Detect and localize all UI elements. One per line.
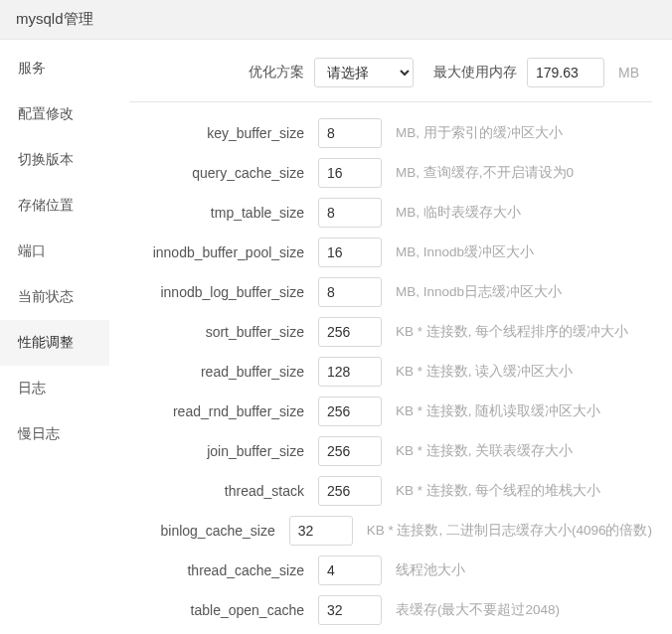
setting-row: innodb_buffer_pool_sizeMB, Innodb缓冲区大小: [129, 236, 652, 269]
page-title: mysqld管理: [0, 0, 672, 40]
sidebar-item-7[interactable]: 日志: [0, 366, 109, 411]
setting-desc: MB, Innodb缓冲区大小: [382, 243, 534, 261]
setting-desc: 线程池大小: [382, 561, 465, 579]
setting-row: read_buffer_sizeKB * 连接数, 读入缓冲区大小: [129, 355, 652, 389]
setting-input-binlog_cache_size[interactable]: [289, 516, 353, 546]
sidebar-item-label: 慢日志: [18, 425, 60, 441]
setting-row: thread_cache_size线程池大小: [129, 554, 652, 587]
setting-desc: MB, Innodb日志缓冲区大小: [382, 283, 562, 301]
sidebar-item-0[interactable]: 服务: [0, 46, 109, 91]
max-mem-label: 最大使用内存: [433, 64, 517, 81]
sidebar-item-label: 切换版本: [18, 151, 74, 167]
setting-label: innodb_log_buffer_size: [129, 284, 318, 300]
sidebar-item-label: 当前状态: [18, 288, 74, 304]
setting-input-sort_buffer_size[interactable]: [318, 317, 382, 347]
setting-desc: KB * 连接数, 随机读取缓冲区大小: [382, 402, 600, 420]
setting-row: binlog_cache_sizeKB * 连接数, 二进制日志缓存大小(409…: [129, 514, 652, 548]
setting-desc: MB, 用于索引的缓冲区大小: [382, 124, 563, 142]
sidebar-item-4[interactable]: 端口: [0, 229, 109, 274]
setting-input-innodb_log_buffer_size[interactable]: [318, 277, 382, 307]
setting-input-innodb_buffer_pool_size[interactable]: [318, 238, 382, 267]
main-panel: 优化方案 请选择 最大使用内存 MB key_buffer_sizeMB, 用于…: [109, 40, 672, 634]
setting-desc: KB * 连接数, 二进制日志缓存大小(4096的倍数): [353, 522, 652, 540]
setting-row: read_rnd_buffer_sizeKB * 连接数, 随机读取缓冲区大小: [129, 395, 652, 428]
plan-select[interactable]: 请选择: [314, 58, 414, 87]
sidebar-item-label: 配置修改: [18, 105, 74, 121]
setting-row: join_buffer_sizeKB * 连接数, 关联表缓存大小: [129, 434, 652, 468]
top-row: 优化方案 请选择 最大使用内存 MB: [129, 58, 652, 102]
setting-row: innodb_log_buffer_sizeMB, Innodb日志缓冲区大小: [129, 275, 652, 309]
setting-input-table_open_cache[interactable]: [318, 595, 382, 625]
setting-label: key_buffer_size: [129, 125, 318, 141]
sidebar-item-8[interactable]: 慢日志: [0, 411, 109, 457]
setting-label: query_cache_size: [129, 165, 318, 181]
setting-label: sort_buffer_size: [129, 324, 318, 340]
sidebar-item-3[interactable]: 存储位置: [0, 183, 109, 229]
sidebar-item-label: 性能调整: [18, 334, 74, 350]
sidebar-item-label: 服务: [18, 60, 46, 76]
max-mem-input[interactable]: [527, 58, 604, 87]
setting-label: table_open_cache: [129, 602, 318, 618]
setting-row: thread_stackKB * 连接数, 每个线程的堆栈大小: [129, 474, 652, 508]
sidebar-item-label: 端口: [18, 242, 46, 258]
setting-label: thread_cache_size: [129, 562, 318, 578]
setting-row: sort_buffer_sizeKB * 连接数, 每个线程排序的缓冲大小: [129, 315, 652, 349]
setting-label: binlog_cache_size: [129, 523, 289, 539]
plan-label: 优化方案: [249, 64, 304, 81]
setting-input-key_buffer_size[interactable]: [318, 118, 382, 148]
setting-label: tmp_table_size: [129, 205, 318, 221]
setting-row: tmp_table_sizeMB, 临时表缓存大小: [129, 196, 652, 230]
setting-input-join_buffer_size[interactable]: [318, 436, 382, 466]
sidebar-item-5[interactable]: 当前状态: [0, 274, 109, 320]
settings-rows: key_buffer_sizeMB, 用于索引的缓冲区大小query_cache…: [129, 116, 652, 634]
setting-row: table_open_cache表缓存(最大不要超过2048): [129, 593, 652, 627]
setting-desc: KB * 连接数, 读入缓冲区大小: [382, 363, 573, 381]
setting-label: thread_stack: [129, 483, 318, 499]
setting-label: innodb_buffer_pool_size: [129, 244, 318, 260]
setting-label: read_rnd_buffer_size: [129, 403, 318, 419]
setting-input-thread_stack[interactable]: [318, 476, 382, 506]
sidebar-item-6[interactable]: 性能调整: [0, 320, 109, 366]
setting-desc: MB, 查询缓存,不开启请设为0: [382, 164, 574, 182]
sidebar: 服务配置修改切换版本存储位置端口当前状态性能调整日志慢日志: [0, 40, 109, 634]
setting-label: join_buffer_size: [129, 443, 318, 459]
sidebar-item-label: 存储位置: [18, 197, 74, 213]
title-text: mysqld管理: [16, 10, 93, 27]
setting-desc: MB, 临时表缓存大小: [382, 204, 521, 222]
setting-row: key_buffer_sizeMB, 用于索引的缓冲区大小: [129, 116, 652, 150]
setting-label: read_buffer_size: [129, 364, 318, 380]
sidebar-item-1[interactable]: 配置修改: [0, 91, 109, 137]
setting-input-tmp_table_size[interactable]: [318, 198, 382, 228]
setting-input-thread_cache_size[interactable]: [318, 555, 382, 585]
setting-desc: 表缓存(最大不要超过2048): [382, 601, 560, 619]
sidebar-item-label: 日志: [18, 380, 46, 396]
setting-row: query_cache_sizeMB, 查询缓存,不开启请设为0: [129, 156, 652, 190]
sidebar-item-2[interactable]: 切换版本: [0, 137, 109, 183]
setting-input-read_rnd_buffer_size[interactable]: [318, 396, 382, 426]
setting-desc: KB * 连接数, 每个线程的堆栈大小: [382, 482, 600, 500]
setting-input-query_cache_size[interactable]: [318, 158, 382, 188]
setting-desc: KB * 连接数, 每个线程排序的缓冲大小: [382, 323, 628, 341]
max-mem-unit: MB: [614, 65, 639, 80]
setting-input-read_buffer_size[interactable]: [318, 357, 382, 387]
setting-desc: KB * 连接数, 关联表缓存大小: [382, 442, 573, 460]
